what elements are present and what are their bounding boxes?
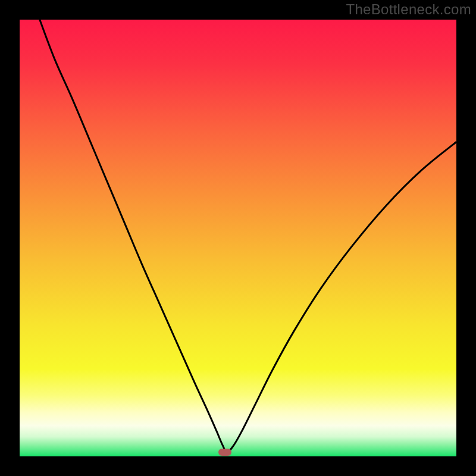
watermark-text: TheBottleneck.com xyxy=(346,1,471,18)
bottleneck-curve xyxy=(40,20,456,452)
minimum-marker xyxy=(218,449,231,456)
plot-area xyxy=(20,20,456,456)
curve-layer xyxy=(20,20,456,456)
